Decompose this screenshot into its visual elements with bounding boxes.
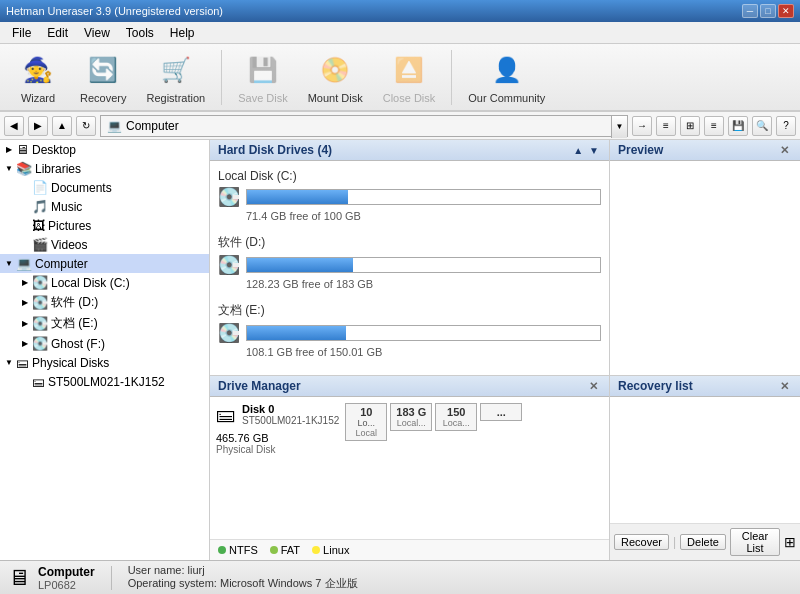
file-tree: ▶🖥Desktop▼📚Libraries📄Documents🎵Music🖼Pic…	[0, 140, 210, 560]
tree-label-libraries: Libraries	[35, 162, 81, 176]
bottom-area: Drive Manager ✕ 🖴 Disk 0 ST500LM021-1KJ1…	[210, 375, 800, 560]
back-button[interactable]: ◀	[4, 116, 24, 136]
registration-button[interactable]: 🛒 Registration	[138, 46, 213, 108]
tree-item-music[interactable]: 🎵Music	[0, 197, 209, 216]
drive-entry-0[interactable]: Local Disk (C:)💽71.4 GB free of 100 GB	[218, 169, 601, 222]
drive-bar-2	[247, 326, 346, 340]
drive-icon-0: 💽	[218, 186, 240, 208]
drive-panel-controls: ▲ ▼	[571, 145, 601, 156]
preview-close[interactable]: ✕	[777, 144, 792, 157]
status-name: Computer	[38, 565, 95, 579]
tree-item-ghost-f[interactable]: ▶💽Ghost (F:)	[0, 334, 209, 353]
wizard-button[interactable]: 🧙 Wizard	[8, 46, 68, 108]
address-icon: 💻	[107, 119, 122, 133]
menu-view[interactable]: View	[76, 24, 118, 42]
tree-item-desktop[interactable]: ▶🖥Desktop	[0, 140, 209, 159]
recovery-list-title: Recovery list	[618, 379, 693, 393]
recovery-list-close[interactable]: ✕	[777, 380, 792, 393]
sort-button[interactable]: ≡	[656, 116, 676, 136]
partition-item-0[interactable]: 10Lo...Local	[345, 403, 387, 441]
tree-item-documents[interactable]: 📄Documents	[0, 178, 209, 197]
tree-icon-local-c: 💽	[32, 275, 48, 290]
maximize-button[interactable]: □	[760, 4, 776, 18]
view1-button[interactable]: ⊞	[680, 116, 700, 136]
status-right: User name: liurj Operating system: Micro…	[128, 564, 358, 591]
tree-item-videos[interactable]: 🎬Videos	[0, 235, 209, 254]
drive-panel-down[interactable]: ▼	[587, 145, 601, 156]
tree-icon-music: 🎵	[32, 199, 48, 214]
save-disk-label: Save Disk	[238, 92, 288, 104]
refresh-button[interactable]: ↻	[76, 116, 96, 136]
search-button[interactable]: 🔍	[752, 116, 772, 136]
preview-content	[610, 161, 800, 375]
partition-item-1[interactable]: 183 GLocal...	[390, 403, 432, 431]
tree-item-software-d[interactable]: ▶💽软件 (D:)	[0, 292, 209, 313]
clear-list-button[interactable]: Clear List	[730, 528, 780, 556]
disk-icon-row: 🖴 Disk 0 ST500LM021-1KJ152	[216, 403, 339, 426]
partition-list: 10Lo...Local183 GLocal...150Loca......	[345, 403, 522, 533]
recover-button[interactable]: Recover	[614, 534, 669, 550]
drive-bar-wrap-0	[246, 189, 601, 205]
tree-item-local-c[interactable]: ▶💽Local Disk (C:)	[0, 273, 209, 292]
recovery-button[interactable]: 🔄 Recovery	[72, 46, 134, 108]
go-button[interactable]: →	[632, 116, 652, 136]
forward-button[interactable]: ▶	[28, 116, 48, 136]
linux-dot	[312, 546, 320, 554]
tree-arrow-libraries: ▼	[4, 164, 14, 173]
drive-bar-1	[247, 258, 353, 272]
fat-dot	[270, 546, 278, 554]
close-button[interactable]: ✕	[778, 4, 794, 18]
close-disk-button[interactable]: ⏏️ Close Disk	[375, 46, 444, 108]
mount-disk-button[interactable]: 📀 Mount Disk	[300, 46, 371, 108]
drive-entry-2[interactable]: 文档 (E:)💽108.1 GB free of 150.01 GB	[218, 302, 601, 358]
status-info: Computer LP0682	[38, 565, 95, 591]
tree-item-computer[interactable]: ▼💻Computer	[0, 254, 209, 273]
recovery-label: Recovery	[80, 92, 126, 104]
help-button[interactable]: ?	[776, 116, 796, 136]
tree-item-st500[interactable]: 🖴ST500LM021-1KJ152	[0, 372, 209, 391]
partition-item-2[interactable]: 150Loca...	[435, 403, 477, 431]
partition-label-1: Local...	[393, 418, 429, 428]
tree-item-pictures[interactable]: 🖼Pictures	[0, 216, 209, 235]
partition-label-2: Loca...	[438, 418, 474, 428]
tree-label-doc-e: 文档 (E:)	[51, 315, 98, 332]
tree-item-libraries[interactable]: ▼📚Libraries	[0, 159, 209, 178]
menu-help[interactable]: Help	[162, 24, 203, 42]
view2-button[interactable]: ≡	[704, 116, 724, 136]
drive-panel-header: Hard Disk Drives (4) ▲ ▼	[210, 140, 609, 161]
save-disk-button[interactable]: 💾 Save Disk	[230, 46, 296, 108]
address-box[interactable]: 💻 Computer ▼	[100, 115, 628, 137]
tree-label-physical-disks: Physical Disks	[32, 356, 109, 370]
grid-icon: ⊞	[784, 534, 796, 550]
address-dropdown[interactable]: ▼	[611, 116, 627, 138]
menu-edit[interactable]: Edit	[39, 24, 76, 42]
tree-icon-ghost-f: 💽	[32, 336, 48, 351]
drive-panel-up[interactable]: ▲	[571, 145, 585, 156]
delete-button[interactable]: Delete	[680, 534, 726, 550]
tree-label-pictures: Pictures	[48, 219, 91, 233]
preview-title: Preview	[618, 143, 663, 157]
preview-panel: Preview ✕	[610, 140, 800, 375]
drive-free-1: 128.23 GB free of 183 GB	[246, 278, 601, 290]
menu-tools[interactable]: Tools	[118, 24, 162, 42]
drive-name-1: 软件 (D:)	[218, 234, 601, 251]
menu-file[interactable]: File	[4, 24, 39, 42]
community-button[interactable]: 👤 Our Community	[460, 46, 553, 108]
tree-item-physical-disks[interactable]: ▼🖴Physical Disks	[0, 353, 209, 372]
partition-num-2: 150	[438, 406, 474, 418]
drive-manager-footer: NTFS FAT Linux	[210, 539, 609, 560]
tree-item-doc-e[interactable]: ▶💽文档 (E:)	[0, 313, 209, 334]
minimize-button[interactable]: ─	[742, 4, 758, 18]
drive-bar-wrap-1	[246, 257, 601, 273]
linux-label: Linux	[323, 544, 349, 556]
recovery-list-footer: Recover | Delete Clear List ⊞	[610, 523, 800, 560]
up-button[interactable]: ▲	[52, 116, 72, 136]
save-button[interactable]: 💾	[728, 116, 748, 136]
drive-manager-close[interactable]: ✕	[586, 380, 601, 393]
partition-item-3[interactable]: ...	[480, 403, 522, 421]
addressbar: ◀ ▶ ▲ ↻ 💻 Computer ▼ → ≡ ⊞ ≡ 💾 🔍 ?	[0, 112, 800, 140]
menubar: File Edit View Tools Help	[0, 22, 800, 44]
drive-name-2: 文档 (E:)	[218, 302, 601, 319]
drive-entry-1[interactable]: 软件 (D:)💽128.23 GB free of 183 GB	[218, 234, 601, 290]
titlebar-title: Hetman Uneraser 3.9 (Unregistered versio…	[6, 5, 223, 17]
